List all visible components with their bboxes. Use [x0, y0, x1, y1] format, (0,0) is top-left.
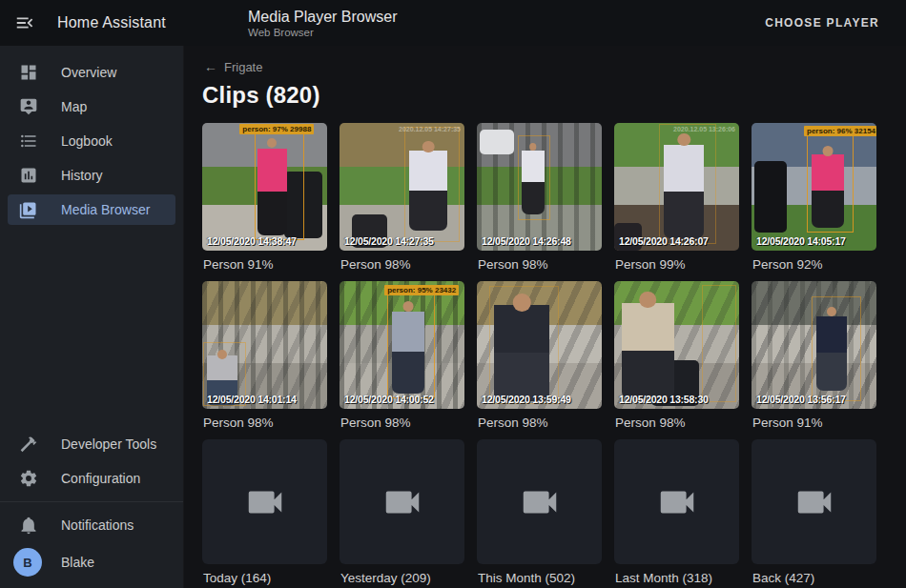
video-camera-icon — [243, 480, 287, 524]
detection-box — [404, 127, 460, 242]
clip-caption: Person 98% — [615, 415, 739, 431]
app-header: Home Assistant Media Player Browser Web … — [0, 0, 906, 46]
folder-tile-today[interactable]: Today (164) — [202, 439, 327, 586]
bell-icon — [17, 514, 40, 537]
clip-timestamp: 12/05/2020 14:05:17 — [756, 235, 846, 247]
clip-timestamp: 12/05/2020 13:59:49 — [482, 394, 571, 405]
folder-thumbnail — [202, 439, 327, 564]
clip-tile[interactable]: 12/05/2020 13:56:17 Person 91% — [752, 281, 876, 431]
detection-label: person: 95% 23432 — [384, 285, 459, 295]
clip-tile[interactable]: 12/05/2020 13:58:30 Person 98% — [614, 281, 739, 431]
video-camera-icon — [793, 480, 836, 524]
clip-timestamp: 12/05/2020 13:56:17 — [756, 394, 846, 405]
clip-caption: Person 98% — [478, 256, 602, 273]
clip-tile[interactable]: 2020.12.05 14:27:35 12/05/2020 14:27:35 … — [340, 123, 464, 273]
folder-label: Last Month (318) — [615, 570, 739, 586]
sidebar-item-label: Overview — [61, 65, 116, 80]
clip-caption: Person 98% — [478, 415, 602, 431]
folder-tile-last-month[interactable]: Last Month (318) — [614, 439, 739, 586]
detection-box — [489, 286, 559, 403]
clip-caption: Person 92% — [752, 256, 876, 273]
sidebar: Overview Map Logbook History Media Brows… — [0, 46, 184, 588]
sidebar-item-label: Configuration — [61, 471, 140, 486]
clip-timestamp: 12/05/2020 14:26:48 — [482, 235, 571, 247]
sidebar-user[interactable]: B Blake — [8, 542, 175, 582]
clip-tile[interactable]: 2020.12.05 13:26:06 12/05/2020 14:26:07 … — [614, 123, 739, 273]
breadcrumb-label: Frigate — [224, 60, 262, 74]
clip-caption: Person 99% — [615, 256, 739, 273]
sidebar-item-logbook[interactable]: Logbook — [8, 126, 175, 156]
sidebar-item-media-browser[interactable]: Media Browser — [8, 194, 175, 225]
sidebar-item-developer-tools[interactable]: Developer Tools — [8, 429, 175, 459]
sidebar-item-label: Media Browser — [61, 202, 150, 217]
page-title: Media Player Browser — [248, 8, 398, 26]
clip-tile[interactable]: person: 96% 32154 12/05/2020 14:05:17 Pe… — [752, 123, 876, 273]
sidebar-item-notifications[interactable]: Notifications — [8, 510, 175, 540]
sidebar-item-overview[interactable]: Overview — [8, 57, 175, 88]
media-browser-icon — [17, 198, 40, 221]
logbook-list-icon — [17, 130, 40, 152]
folder-tile-this-month[interactable]: This Month (502) — [477, 439, 602, 586]
clip-tile[interactable]: 12/05/2020 14:01:14 Person 98% — [202, 281, 327, 431]
page-heading: Clips (820) — [202, 82, 877, 109]
toolbar-titles: Media Player Browser Web Browser — [248, 8, 398, 39]
clip-thumbnail: person: 95% 23432 12/05/2020 14:00:52 — [340, 281, 464, 409]
sidebar-item-label: Logbook — [61, 133, 113, 149]
video-camera-icon — [381, 480, 424, 524]
folder-label: Today (164) — [203, 570, 327, 586]
choose-player-button[interactable]: CHOOSE PLAYER — [759, 9, 885, 37]
history-chart-icon — [17, 164, 40, 187]
clip-tile[interactable]: person: 97% 29988 12/05/2020 14:38:47 Pe… — [202, 123, 327, 273]
clip-thumbnail: person: 97% 29988 12/05/2020 14:38:47 — [202, 123, 327, 251]
sidebar-item-label: History — [61, 168, 103, 183]
clip-thumbnail: 12/05/2020 14:01:14 — [202, 281, 327, 409]
detection-box — [812, 296, 861, 401]
detection-box — [807, 135, 855, 233]
sidebar-item-label: Map — [61, 99, 87, 114]
sidebar-item-configuration[interactable]: Configuration — [8, 463, 175, 494]
clip-tile[interactable]: person: 95% 23432 12/05/2020 14:00:52 Pe… — [340, 281, 464, 431]
folder-thumbnail — [752, 439, 876, 564]
clip-timestamp: 12/05/2020 13:58:30 — [619, 394, 709, 405]
sidebar-item-map[interactable]: Map — [8, 91, 175, 122]
folder-label: This Month (502) — [478, 570, 602, 586]
car-shape — [480, 130, 515, 155]
clip-tile[interactable]: 12/05/2020 14:26:48 Person 98% — [477, 123, 602, 273]
clips-grid: person: 97% 29988 12/05/2020 14:38:47 Pe… — [202, 123, 877, 586]
toolbar: Media Player Browser Web Browser CHOOSE … — [184, 8, 906, 39]
person-shape — [622, 292, 674, 399]
page-subtitle: Web Browser — [248, 26, 398, 39]
clip-thumbnail: person: 96% 32154 12/05/2020 14:05:17 — [752, 123, 876, 251]
camera-timestamp: 2020.12.05 13:26:06 — [673, 126, 735, 132]
clip-caption: Person 98% — [340, 256, 464, 273]
main-content: ← Frigate Clips (820) person: 97% 29988 … — [184, 46, 906, 588]
folder-thumbnail — [340, 439, 464, 564]
menu-open-icon — [14, 12, 35, 33]
clip-caption: Person 91% — [752, 415, 876, 431]
home-assistant-app: Home Assistant Media Player Browser Web … — [0, 0, 906, 588]
clip-thumbnail: 2020.12.05 13:26:06 12/05/2020 14:26:07 — [614, 123, 739, 251]
sidebar-item-label: Notifications — [61, 517, 134, 533]
clip-timestamp: 12/05/2020 14:26:07 — [619, 235, 709, 247]
clip-timestamp: 12/05/2020 14:27:35 — [344, 235, 434, 247]
video-camera-icon — [518, 480, 562, 524]
breadcrumb-back-frigate[interactable]: ← Frigate — [202, 59, 877, 74]
clip-tile[interactable]: 12/05/2020 13:59:49 Person 98% — [477, 281, 602, 431]
clip-caption: Person 98% — [340, 415, 464, 431]
clip-thumbnail: 12/05/2020 13:59:49 — [477, 281, 602, 409]
stroller-shape — [754, 161, 787, 233]
folder-tile-back[interactable]: Back (427) — [752, 439, 876, 586]
dashboard-icon — [17, 61, 40, 84]
clip-caption: Person 91% — [203, 256, 327, 273]
sidebar-item-history[interactable]: History — [8, 160, 175, 191]
detection-box — [702, 285, 737, 402]
folder-tile-yesterday[interactable]: Yesterday (209) — [340, 439, 464, 586]
avatar: B — [13, 548, 42, 577]
detection-box — [518, 135, 550, 219]
folder-label: Yesterday (209) — [340, 570, 464, 586]
clip-timestamp: 12/05/2020 14:00:52 — [344, 394, 434, 405]
clip-timestamp: 12/05/2020 14:01:14 — [207, 394, 297, 405]
sidebar-toggle-button[interactable] — [13, 11, 36, 34]
back-arrow-icon: ← — [204, 59, 217, 74]
detection-box — [387, 292, 435, 399]
